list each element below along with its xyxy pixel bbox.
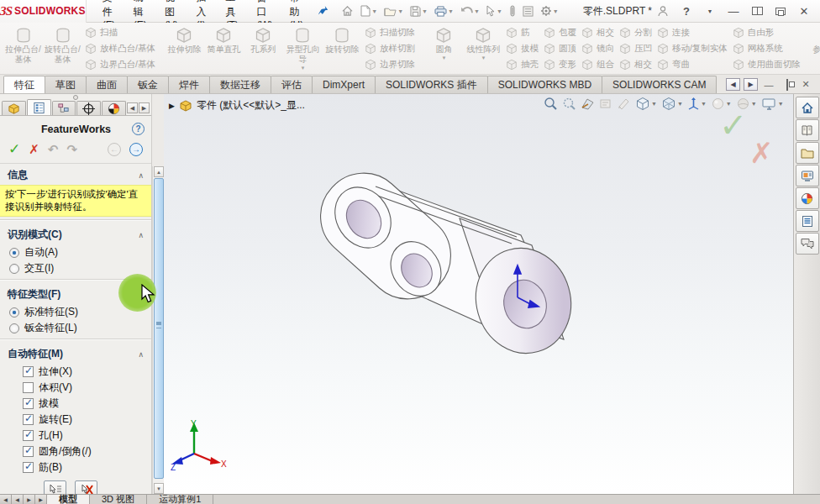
- close-button[interactable]: ✕: [793, 2, 815, 20]
- home-icon[interactable]: [339, 3, 356, 18]
- manager-tabs-scroll-right[interactable]: ▶: [139, 102, 150, 113]
- move-copy-body-button[interactable]: 移动/复制实体: [654, 40, 730, 56]
- manager-tabs-scroll-left[interactable]: ◀: [127, 102, 138, 113]
- intersect2-button[interactable]: 相交: [617, 56, 654, 72]
- save-icon[interactable]: ▼: [407, 4, 430, 18]
- lofted-cut-button[interactable]: 放样切割: [362, 40, 418, 56]
- tabs-last-button[interactable]: ▶: [35, 495, 47, 504]
- shell-button[interactable]: 抽壳: [503, 56, 541, 72]
- tab-evaluate[interactable]: 评估: [271, 76, 313, 93]
- graphics-viewport[interactable]: ▶ 零件 (默认<<默认>_显... ▼ ▼ ▼ ▼ ▼ ▼ cad2688.c…: [164, 94, 793, 494]
- combine-button[interactable]: 组合: [579, 56, 617, 72]
- ghost-cancel-icon[interactable]: ✗: [749, 136, 774, 170]
- tab-sw-addins[interactable]: SOLIDWORKS 插件: [375, 76, 488, 93]
- tab-propertymanager[interactable]: [27, 99, 51, 115]
- tab-dimxpert[interactable]: DimXpert: [312, 76, 376, 93]
- checkbox-hole[interactable]: 孔(H): [0, 428, 151, 444]
- tab-displaymanager[interactable]: [102, 101, 126, 115]
- open-icon[interactable]: ▼: [381, 4, 406, 18]
- tabs-first-button[interactable]: ◀: [0, 495, 12, 504]
- ghost-ok-icon[interactable]: ✓: [719, 106, 748, 144]
- revolved-cut-button[interactable]: 旋转切除: [323, 24, 362, 72]
- cancel-button[interactable]: ✗: [29, 142, 39, 157]
- tab-sketch[interactable]: 草图: [45, 76, 87, 93]
- boundary-cut-button[interactable]: 边界切除: [362, 56, 418, 72]
- checkbox-rib[interactable]: 筋(B): [0, 459, 151, 475]
- doc-close-button[interactable]: ✕: [798, 79, 813, 90]
- scrollbar-thumb[interactable]: [154, 178, 164, 479]
- radio-icon[interactable]: [9, 248, 19, 258]
- checkbox-fillet-chamfer[interactable]: 圆角/倒角(/): [0, 444, 151, 459]
- split-button[interactable]: 分割: [617, 24, 654, 40]
- deselect-entities-button[interactable]: [75, 480, 97, 494]
- swept-boss-button[interactable]: 扫描: [82, 24, 158, 40]
- tab-configurationmanager[interactable]: [52, 101, 76, 115]
- collapse-chevron-icon[interactable]: ∧: [138, 350, 144, 359]
- indent-button[interactable]: 压凹: [617, 40, 654, 56]
- minimize-button[interactable]: —: [723, 2, 744, 20]
- rib-button[interactable]: 筋: [503, 24, 541, 40]
- dome-button[interactable]: 圆顶: [541, 40, 579, 56]
- checkbox-draft[interactable]: 拔模: [0, 396, 151, 412]
- cut-with-surface-button[interactable]: 使用曲面切除: [730, 56, 803, 72]
- select-cursor-icon[interactable]: ▼: [484, 3, 505, 18]
- tab-features[interactable]: 特征: [3, 76, 45, 93]
- radio-interactive[interactable]: 交互(I): [0, 260, 151, 276]
- radio-icon[interactable]: [9, 307, 19, 318]
- hole-series-button[interactable]: 孔系列: [244, 24, 283, 72]
- pin-menu-icon[interactable]: [318, 5, 329, 17]
- part-model[interactable]: [164, 94, 793, 494]
- checkbox-icon[interactable]: [23, 462, 34, 473]
- tab-featuremanager[interactable]: [2, 101, 26, 115]
- reference-geometry-button[interactable]: 参考几何体▼: [810, 24, 820, 72]
- tab-3d-views[interactable]: 3D 视图: [90, 495, 147, 504]
- checkbox-icon[interactable]: [23, 398, 34, 409]
- dock-left-icon[interactable]: ◀: [726, 78, 740, 91]
- fillet-button[interactable]: 圆角▼: [424, 24, 464, 72]
- mirror-button[interactable]: 镜向: [579, 40, 617, 56]
- join-button[interactable]: 连接: [654, 24, 730, 40]
- tab-motion-study[interactable]: 运动算例1: [147, 495, 213, 504]
- radio-automatic[interactable]: 自动(A): [0, 244, 151, 260]
- tab-surfaces[interactable]: 曲面: [86, 76, 128, 93]
- tab-weldments[interactable]: 焊件: [168, 76, 210, 93]
- doc-minimize-button[interactable]: —: [761, 80, 776, 90]
- attachment-icon[interactable]: [507, 3, 518, 18]
- print-icon[interactable]: ▼: [432, 4, 456, 18]
- grid-system-button[interactable]: 网格系统: [730, 40, 803, 56]
- checkbox-icon[interactable]: [23, 382, 34, 393]
- file-explorer-tab-icon[interactable]: [796, 165, 819, 186]
- radio-icon[interactable]: [9, 323, 19, 333]
- maximize-button[interactable]: [770, 2, 791, 20]
- ok-button[interactable]: ✓: [8, 140, 20, 158]
- redo-icon[interactable]: ↷: [66, 142, 77, 157]
- boundary-boss-button[interactable]: 边界凸台/基体: [82, 56, 158, 72]
- checkbox-icon[interactable]: [23, 414, 34, 425]
- forum-tab-icon[interactable]: [796, 233, 819, 255]
- radio-icon[interactable]: [9, 264, 19, 274]
- checkbox-icon[interactable]: [23, 446, 34, 457]
- tab-sheet-metal[interactable]: 钣金: [127, 76, 169, 93]
- draft-button[interactable]: 拔模: [503, 40, 541, 56]
- tab-sw-mbd[interactable]: SOLIDWORKS MBD: [487, 76, 602, 93]
- checkbox-volume[interactable]: 体积(V): [0, 380, 151, 396]
- hole-wizard-button[interactable]: 异型孔向导▼: [283, 24, 323, 72]
- collapse-chevron-icon[interactable]: ∧: [138, 231, 144, 239]
- wrap-button[interactable]: 包覆: [541, 24, 579, 40]
- revolved-boss-button[interactable]: 旋转凸台/基体: [43, 24, 82, 72]
- checkbox-icon[interactable]: [23, 366, 34, 377]
- panel-splitter-grip[interactable]: [0, 94, 151, 100]
- extruded-cut-button[interactable]: 拉伸切除: [165, 24, 204, 72]
- checkbox-revolve[interactable]: 旋转(E): [0, 412, 151, 428]
- tab-dimxpertmanager[interactable]: [76, 101, 101, 115]
- help-icon[interactable]: ?: [132, 123, 145, 135]
- help-button[interactable]: ?: [675, 2, 697, 20]
- radio-sheetmetal-features[interactable]: 钣金特征(L): [0, 320, 151, 336]
- settings-gear-icon[interactable]: ▼: [538, 3, 561, 18]
- scrollbar-up-icon[interactable]: ▲: [154, 166, 164, 177]
- tabs-prev-button[interactable]: ◀: [12, 495, 24, 504]
- simple-hole-button[interactable]: 简单直孔: [204, 24, 244, 72]
- swept-cut-button[interactable]: 扫描切除: [362, 24, 418, 40]
- undo-icon[interactable]: ▼: [458, 4, 482, 18]
- undo-icon[interactable]: ↶: [48, 142, 59, 157]
